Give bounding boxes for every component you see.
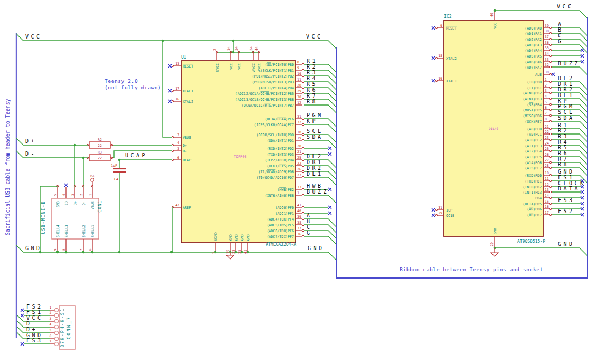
net-wire[interactable] — [552, 121, 587, 129]
net-wire[interactable] — [552, 157, 587, 165]
net-label[interactable]: SCL — [558, 109, 575, 115]
u1-value[interactable]: ATMEGA32U4-A — [266, 242, 296, 247]
resistor-ref[interactable]: R2 — [98, 138, 102, 142]
net-label[interactable]: A — [307, 213, 312, 218]
net-label[interactable]: C — [307, 224, 312, 230]
net-label[interactable]: KP — [307, 118, 318, 124]
net-label[interactable]: D+ — [26, 327, 37, 332]
vbus-wire[interactable] — [163, 41, 172, 137]
net-label[interactable]: BUZZ — [307, 189, 329, 195]
pin-name: RESET — [446, 26, 457, 31]
net-label[interactable]: GND — [558, 169, 575, 175]
net-label[interactable]: PGM — [307, 112, 324, 118]
pin-name: OC1B — [446, 214, 454, 218]
net-label[interactable]: G — [558, 39, 564, 44]
net-label[interactable]: GND — [308, 245, 325, 251]
gnd-wire[interactable] — [495, 248, 587, 256]
net-label[interactable]: FS1 — [558, 175, 575, 180]
net-wire[interactable] — [552, 146, 587, 154]
net-wire[interactable] — [552, 39, 587, 47]
net-wire[interactable] — [552, 45, 587, 53]
net-label[interactable]: R4 — [307, 75, 318, 81]
net-wire[interactable] — [552, 28, 587, 36]
net-label[interactable]: DL2 — [307, 154, 324, 159]
net-label[interactable]: FS3 — [558, 197, 575, 203]
net-label[interactable]: VCC — [25, 34, 42, 40]
ic2-value[interactable]: AT90S8515-P — [517, 239, 545, 244]
net-label[interactable]: DL2 — [558, 75, 575, 81]
conn7-ref[interactable]: CONN_7 — [67, 316, 71, 339]
pin-name: (SCK)PB7 — [525, 120, 542, 124]
net-wire[interactable] — [552, 129, 587, 137]
net-label[interactable]: FS3 — [26, 338, 43, 343]
net-wire[interactable] — [552, 151, 587, 159]
net-label[interactable]: D- — [25, 151, 36, 157]
net-wire[interactable] — [304, 195, 336, 203]
net-label[interactable]: DATA — [558, 186, 580, 191]
net-label[interactable]: PGM — [558, 103, 575, 109]
net-wire[interactable] — [552, 140, 587, 148]
net-label[interactable]: R7 — [307, 93, 318, 99]
schematic-drawing: Sacrificial USB cable from header to Tee… — [0, 0, 597, 364]
net-wire[interactable] — [552, 33, 587, 41]
net-label[interactable]: C — [558, 33, 564, 39]
net-label[interactable]: SCL — [307, 128, 324, 134]
ic2-ref[interactable]: IC2 — [444, 14, 452, 19]
vcc-rail[interactable] — [16, 34, 336, 49]
c4-ref[interactable]: C4 — [114, 177, 118, 181]
net-label[interactable]: SDA — [307, 134, 324, 140]
net-label[interactable]: D- — [26, 321, 37, 327]
net-label[interactable]: B — [558, 27, 564, 33]
net-label[interactable]: BUZZ — [558, 61, 580, 66]
note-usb-cable: Sacrificial USB cable from header to Tee… — [5, 99, 11, 235]
net-label[interactable]: B — [307, 218, 312, 224]
net-label[interactable]: R2 — [558, 128, 569, 133]
pin-end — [302, 75, 304, 76]
net-label[interactable]: DL1 — [307, 171, 324, 177]
net-label[interactable]: R8 — [307, 99, 318, 104]
no-connect-icon — [581, 54, 584, 58]
net-wire[interactable] — [304, 236, 336, 244]
net-label[interactable]: DL1 — [558, 92, 575, 98]
resistor-ref[interactable]: R3 — [98, 150, 102, 155]
net-label[interactable]: R5 — [558, 145, 569, 150]
connector-pin — [55, 342, 59, 346]
net-label[interactable]: GND — [558, 241, 575, 247]
net-label[interactable]: R3 — [558, 133, 569, 139]
net-label[interactable]: SDA — [558, 115, 575, 121]
net-label[interactable]: R2 — [307, 64, 318, 70]
net-label[interactable]: DR1 — [307, 159, 324, 165]
net-label[interactable]: G — [307, 230, 312, 236]
pin-end — [435, 57, 437, 59]
gnd-rail[interactable] — [16, 245, 336, 260]
net-label[interactable]: R3 — [307, 70, 318, 75]
pin-number: 5 — [49, 328, 51, 332]
net-label[interactable]: FS2 — [558, 208, 575, 214]
net-label[interactable]: FS1 — [26, 309, 43, 315]
pin-name: (A13)PC5 — [525, 155, 542, 159]
net-label[interactable]: R6 — [558, 150, 569, 156]
net-label[interactable]: HWB — [307, 183, 324, 189]
net-wire[interactable] — [552, 67, 587, 75]
vcc-wire[interactable] — [495, 11, 587, 18]
net-label[interactable]: D+ — [25, 138, 36, 144]
u1-ref[interactable]: U1 — [181, 55, 186, 60]
net-label[interactable]: R6 — [307, 87, 318, 93]
pin-number: 20 — [297, 144, 301, 148]
pin-end — [549, 81, 551, 82]
net-label[interactable]: GND — [25, 245, 42, 251]
net-label[interactable]: DR2 — [307, 165, 324, 171]
net-wire[interactable] — [552, 134, 587, 142]
net-label[interactable]: VCC — [26, 315, 43, 321]
junction-dot — [39, 251, 42, 254]
net-label[interactable]: VCC — [306, 34, 323, 40]
net-label[interactable]: UCAP — [125, 152, 147, 158]
net-label[interactable]: R5 — [307, 81, 318, 87]
con1-ref[interactable]: CON1 — [98, 200, 102, 212]
net-wire[interactable] — [304, 105, 336, 113]
pin-name: (AIN0)PB2 — [523, 91, 542, 95]
net-label[interactable]: VCC — [557, 4, 574, 9]
net-label[interactable]: DR2 — [558, 87, 575, 92]
net-label[interactable]: R1 — [307, 58, 318, 64]
net-label[interactable]: R8 — [558, 161, 569, 167]
